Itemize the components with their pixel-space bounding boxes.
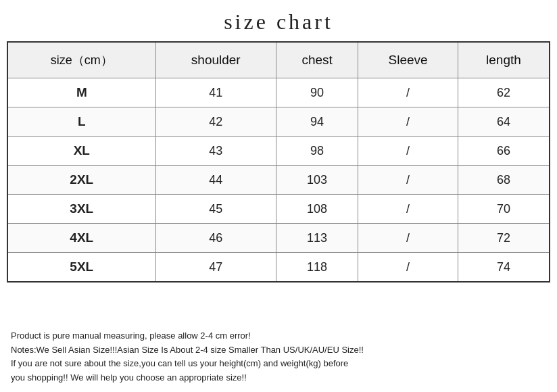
table-row: XL4398/66: [7, 137, 550, 166]
cell-size: L: [7, 107, 155, 137]
col-shoulder: shoulder: [155, 42, 276, 78]
cell-length: 74: [458, 253, 550, 283]
cell-sleeve: /: [358, 166, 458, 195]
footer-line3: If you are not sure about the size,you c…: [11, 358, 348, 368]
cell-size: 3XL: [7, 195, 155, 224]
cell-length: 64: [458, 107, 550, 137]
cell-shoulder: 47: [155, 253, 276, 283]
cell-length: 66: [458, 137, 550, 166]
cell-chest: 108: [276, 195, 358, 224]
cell-shoulder: 43: [155, 137, 276, 166]
table-wrapper: size（cm） shoulder chest Sleeve length M4…: [0, 41, 557, 324]
table-row: M4190/62: [7, 78, 550, 107]
cell-chest: 90: [276, 78, 358, 107]
table-header-row: size（cm） shoulder chest Sleeve length: [7, 42, 550, 78]
cell-size: 4XL: [7, 224, 155, 253]
table-row: 4XL46113/72: [7, 224, 550, 253]
cell-chest: 118: [276, 253, 358, 283]
cell-sleeve: /: [358, 195, 458, 224]
cell-chest: 98: [276, 137, 358, 166]
col-chest: chest: [276, 42, 358, 78]
cell-sleeve: /: [358, 224, 458, 253]
footer-line4: you shopping!! We will help you choose a…: [11, 372, 247, 383]
cell-size: XL: [7, 137, 155, 166]
cell-chest: 103: [276, 166, 358, 195]
cell-length: 68: [458, 166, 550, 195]
cell-chest: 113: [276, 224, 358, 253]
cell-chest: 94: [276, 107, 358, 137]
footer-line1: Product is pure manual measuring, please…: [11, 330, 251, 341]
footer-line2: Notes:We Sell Asian Size!!!Asian Size Is…: [11, 345, 364, 355]
cell-sleeve: /: [358, 107, 458, 137]
footer-note: Product is pure manual measuring, please…: [0, 324, 557, 392]
title-section: size chart: [0, 0, 557, 41]
cell-shoulder: 42: [155, 107, 276, 137]
cell-size: 5XL: [7, 253, 155, 283]
col-length: length: [458, 42, 550, 78]
page-title: size chart: [0, 9, 557, 34]
table-row: L4294/64: [7, 107, 550, 137]
cell-shoulder: 46: [155, 224, 276, 253]
col-sleeve: Sleeve: [358, 42, 458, 78]
cell-sleeve: /: [358, 78, 458, 107]
cell-sleeve: /: [358, 253, 458, 283]
table-row: 5XL47118/74: [7, 253, 550, 283]
cell-sleeve: /: [358, 137, 458, 166]
table-row: 3XL45108/70: [7, 195, 550, 224]
cell-shoulder: 45: [155, 195, 276, 224]
cell-length: 72: [458, 224, 550, 253]
cell-length: 62: [458, 78, 550, 107]
col-size: size（cm）: [7, 42, 155, 78]
cell-shoulder: 41: [155, 78, 276, 107]
cell-size: M: [7, 78, 155, 107]
table-row: 2XL44103/68: [7, 166, 550, 195]
size-chart-container: size chart size（cm） shoulder chest Sleev…: [0, 0, 557, 392]
cell-length: 70: [458, 195, 550, 224]
cell-shoulder: 44: [155, 166, 276, 195]
size-table: size（cm） shoulder chest Sleeve length M4…: [7, 41, 550, 283]
cell-size: 2XL: [7, 166, 155, 195]
